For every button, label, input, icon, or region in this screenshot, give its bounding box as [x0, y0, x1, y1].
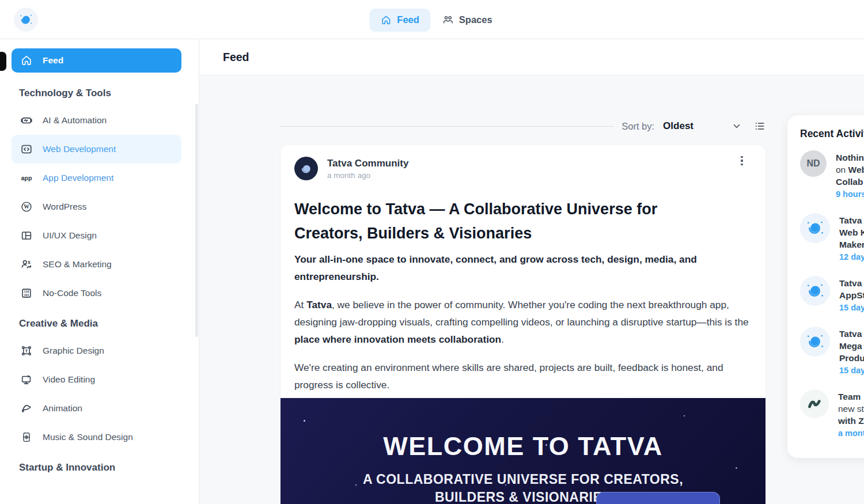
spiral-logo-icon: [298, 160, 315, 177]
tatva-logo[interactable]: [14, 7, 38, 32]
sidebar-item-label: SEO & Marketing: [43, 259, 112, 270]
binary-box-icon: 110 101: [20, 287, 33, 300]
sidebar-item-feed[interactable]: Feed: [12, 48, 181, 73]
home-icon: [380, 14, 392, 26]
activity-text: Web K: [839, 226, 864, 238]
activity-item[interactable]: Tatva | Web K Maker 12 days: [800, 213, 864, 262]
sidebar-item-music-sound[interactable]: Music & Sound Design: [12, 423, 181, 452]
svg-text:app: app: [21, 175, 32, 181]
activity-item[interactable]: Team new st with Z a mont: [800, 389, 864, 438]
sidebar-item-video-editing[interactable]: Video Editing: [12, 365, 181, 394]
svg-text:T: T: [25, 348, 28, 354]
sidebar-feed-label: Feed: [43, 55, 63, 66]
activity-text: Mega: [839, 340, 864, 352]
activity-time-link[interactable]: a mont: [838, 429, 864, 438]
sidebar-item-label: UI/UX Design: [43, 230, 97, 241]
tab-spaces-label: Spaces: [459, 14, 492, 25]
app-text-icon: app: [20, 172, 33, 184]
activity-time-link[interactable]: 12 days: [839, 252, 864, 262]
sidebar-item-wordpress[interactable]: W WordPress: [12, 192, 181, 221]
activity-time-link[interactable]: 15 days: [839, 366, 864, 375]
post-title[interactable]: Welcome to Tatva — A Collaborative Unive…: [294, 197, 703, 245]
avatar: ND: [800, 150, 827, 177]
avatar: [800, 213, 830, 243]
sidebar-item-label: Music & Sound Design: [43, 432, 133, 442]
post-menu-kebab-icon[interactable]: [736, 153, 748, 168]
activity-time-link[interactable]: 15 days: [839, 303, 864, 312]
activity-item[interactable]: ND Nothin on Web Collab 9 hours: [800, 150, 864, 199]
post-card: Tatva Community a month ago Welcome to T…: [281, 145, 766, 504]
app-root: Feed Spaces Feed Technology & Tools: [0, 0, 864, 504]
sidebar-scrollbar-thumb[interactable]: [195, 104, 198, 337]
activity-text: AppSt: [839, 289, 864, 301]
code-brackets-icon: [20, 143, 33, 156]
tab-spaces[interactable]: Spaces: [439, 8, 495, 32]
feed-content-area: Sort by: Oldest: [199, 75, 864, 504]
sort-by-label: Sort by:: [622, 121, 654, 132]
sidebar-item-label: WordPress: [43, 202, 86, 212]
spiral-logo-icon: [804, 217, 827, 240]
sidebar-item-app-development[interactable]: app App Development: [12, 164, 181, 192]
banner-title: WELCOME TO TATVA: [281, 398, 766, 461]
avatar: [800, 327, 830, 357]
chevron-down-icon[interactable]: [732, 121, 742, 131]
activity-item[interactable]: Tatva | AppSt 15 days: [800, 276, 864, 312]
wordpress-icon: W: [20, 200, 33, 213]
post-author[interactable]: Tatva Community: [327, 158, 408, 169]
post-timestamp: a month ago: [327, 171, 408, 180]
tab-feed[interactable]: Feed: [369, 9, 430, 32]
activity-text: Tatva |: [839, 214, 864, 226]
activity-item[interactable]: Tatva | Mega Produ 15 days: [800, 327, 864, 375]
team-logo-icon: [805, 394, 824, 414]
sidebar-item-label: Graphic Design: [43, 346, 104, 356]
robot-icon: [20, 114, 33, 127]
layout-icon: [20, 229, 33, 242]
sidebar-item-label: App Development: [43, 173, 113, 183]
sidebar-item-animation[interactable]: Animation: [12, 394, 181, 423]
sidebar-item-label: No-Code Tools: [43, 288, 101, 298]
sidebar-item-label: Animation: [43, 403, 82, 414]
sidebar-item-web-development[interactable]: Web Development: [12, 135, 181, 164]
origami-icon: [20, 402, 33, 415]
left-sidebar: Feed Technology & Tools AI & Automation …: [0, 39, 199, 504]
recent-activity-title: Recent Activity: [800, 128, 864, 140]
sidebar-item-seo-marketing[interactable]: $ SEO & Marketing: [12, 250, 181, 279]
avatar[interactable]: [294, 157, 318, 180]
post-banner-image: WELCOME TO TATVA A COLLABORATIVE UNIVERS…: [281, 398, 766, 504]
sidebar-collapse-handle[interactable]: [0, 52, 6, 71]
tab-feed-label: Feed: [397, 14, 419, 25]
sidebar-item-graphic-design[interactable]: T Graphic Design: [12, 336, 181, 365]
post-paragraph-2: We're creating an environment where skil…: [294, 359, 752, 393]
sort-value-dropdown[interactable]: Oldest: [663, 120, 694, 132]
divider: [281, 126, 613, 127]
top-bar: Feed Spaces: [0, 0, 864, 39]
spaces-people-icon: [442, 14, 454, 26]
svg-text:$: $: [28, 260, 31, 265]
home-icon: [20, 54, 33, 67]
recent-activity-panel: Recent Activity ND Nothin on Web Collab …: [787, 115, 864, 458]
seo-person-dollar-icon: $: [20, 258, 33, 271]
sidebar-item-label: Video Editing: [43, 374, 95, 385]
spiral-logo-icon: [17, 11, 35, 28]
sidebar-item-label: Web Development: [43, 144, 116, 154]
spiral-logo-icon: [804, 330, 827, 353]
svg-text:101: 101: [24, 294, 29, 297]
post-subtitle: Your all-in-one space to innovate, conne…: [294, 251, 745, 285]
feed-header: Feed: [199, 39, 864, 75]
activity-text: Maker: [839, 238, 864, 251]
sort-row: Sort by: Oldest: [281, 118, 766, 135]
top-nav-tabs: Feed Spaces: [369, 8, 494, 32]
spiral-logo-icon: [804, 279, 827, 302]
avatar: [800, 389, 829, 418]
activity-text: Produ: [839, 352, 864, 364]
list-view-icon[interactable]: [754, 120, 766, 132]
sidebar-item-no-code-tools[interactable]: 110 101 No-Code Tools: [12, 279, 181, 308]
sound-equalizer-icon: [20, 431, 33, 444]
svg-text:W: W: [24, 203, 29, 210]
sidebar-item-ai-automation[interactable]: AI & Automation: [12, 106, 181, 135]
sidebar-item-label: AI & Automation: [43, 115, 107, 126]
section-title-startup: Startup & Innovation: [19, 462, 181, 473]
banner-collab-button[interactable]: Collab Zone: [596, 492, 720, 504]
activity-time-link[interactable]: 9 hours: [836, 190, 864, 199]
sidebar-item-uiux-design[interactable]: UI/UX Design: [12, 221, 181, 250]
